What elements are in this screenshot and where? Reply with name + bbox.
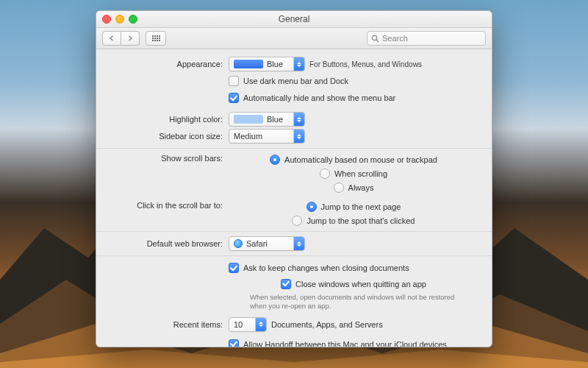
- scrollbars-radio-scrolling[interactable]: [320, 169, 330, 179]
- sidebar-size-value: Medium: [234, 132, 262, 141]
- scrollbars-radio-always[interactable]: [334, 183, 344, 193]
- desktop-wallpaper: General: [0, 0, 588, 368]
- appearance-note: For Buttons, Menus, and Windows: [309, 60, 422, 68]
- recent-popup[interactable]: 10: [229, 317, 267, 332]
- toolbar: Search: [96, 28, 492, 49]
- highlight-label: Highlight color:: [110, 115, 223, 124]
- appearance-label: Appearance:: [110, 60, 223, 68]
- highlight-value: Blue: [267, 115, 283, 124]
- clickbar-option-1: Jump to the spot that's clicked: [306, 216, 415, 225]
- scrollbars-label: Show scroll bars:: [110, 153, 223, 163]
- minimize-window-button[interactable]: [115, 15, 124, 24]
- forward-button[interactable]: [121, 31, 140, 46]
- nav-back-forward: [102, 31, 140, 46]
- show-all-button[interactable]: [146, 31, 166, 46]
- close-windows-label: Close windows when quitting an app: [295, 280, 426, 289]
- browser-label: Default web browser:: [110, 239, 223, 248]
- sidebar-size-popup[interactable]: Medium: [229, 129, 305, 144]
- color-swatch-icon: [234, 60, 263, 68]
- window-title: General: [96, 14, 492, 24]
- clickbar-radio-page[interactable]: [306, 202, 317, 212]
- autohide-menubar-label: Automatically hide and show the menu bar: [243, 93, 395, 102]
- autohide-menubar-checkbox[interactable]: [229, 93, 239, 103]
- recent-label: Recent items:: [110, 320, 223, 329]
- preferences-window: General: [96, 10, 492, 347]
- recent-value: 10: [234, 320, 243, 329]
- sidebar-size-label: Sidebar icon size:: [110, 132, 223, 141]
- safari-icon: [234, 239, 243, 248]
- ask-changes-checkbox[interactable]: [229, 263, 239, 273]
- chevron-left-icon: [109, 35, 115, 41]
- pane-content: Appearance: Blue For Buttons, Menus, and…: [96, 49, 492, 347]
- close-windows-checkbox[interactable]: [281, 279, 291, 289]
- dark-menu-label: Use dark menu bar and Dock: [243, 77, 348, 85]
- separator: [96, 231, 492, 232]
- scrollbars-radio-auto[interactable]: [270, 155, 280, 165]
- back-button[interactable]: [102, 31, 121, 46]
- dark-menu-checkbox[interactable]: [229, 76, 239, 86]
- separator: [96, 148, 492, 149]
- window-controls: [102, 15, 137, 24]
- search-icon: [371, 35, 379, 43]
- clickbar-label: Click in the scroll bar to:: [110, 200, 223, 210]
- zoom-window-button[interactable]: [129, 15, 137, 24]
- handoff-label: Allow Handoff between this Mac and your …: [243, 340, 447, 347]
- appearance-popup[interactable]: Blue: [229, 57, 305, 71]
- browser-popup[interactable]: Safari: [229, 236, 305, 251]
- window-titlebar: General: [96, 11, 492, 28]
- handoff-checkbox[interactable]: [229, 339, 239, 347]
- close-window-button[interactable]: [102, 15, 111, 24]
- chevron-right-icon: [127, 35, 133, 41]
- ask-changes-label: Ask to keep changes when closing documen…: [243, 263, 409, 272]
- svg-point-4: [372, 35, 376, 40]
- scrollbars-option-1: When scrolling: [334, 169, 387, 178]
- clickbar-radio-spot[interactable]: [292, 216, 302, 226]
- close-windows-note: When selected, open documents and window…: [237, 293, 470, 311]
- clickbar-option-0: Jump to the next page: [321, 202, 401, 211]
- scrollbars-option-0: Automatically based on mouse or trackpad: [284, 155, 437, 164]
- search-field[interactable]: Search: [367, 31, 486, 46]
- color-swatch-icon: [234, 115, 263, 124]
- grid-icon: [152, 35, 160, 41]
- separator: [96, 255, 492, 256]
- recent-suffix: Documents, Apps, and Servers: [271, 320, 383, 329]
- search-placeholder: Search: [382, 34, 408, 43]
- scrollbars-option-2: Always: [348, 183, 374, 192]
- svg-line-5: [376, 40, 379, 42]
- browser-value: Safari: [246, 239, 268, 248]
- appearance-value: Blue: [267, 60, 283, 68]
- highlight-popup[interactable]: Blue: [229, 112, 305, 127]
